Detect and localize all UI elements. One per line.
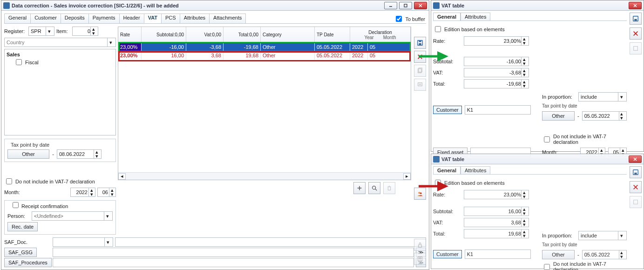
to-buffer-checkbox[interactable] xyxy=(396,16,402,22)
close-button[interactable] xyxy=(629,155,642,163)
vat2-extra-button[interactable] xyxy=(630,196,642,208)
close-button[interactable] xyxy=(629,2,642,9)
main-titlebar: Data correction - Sales invoice correcti… xyxy=(1,0,429,11)
vat2-tab-attributes[interactable]: Attributes xyxy=(461,166,490,174)
vat-grid[interactable]: Rate Subtotal:0,00 Vat:0,00 Total:0,00 C… xyxy=(118,27,411,180)
register-combo[interactable]: SPR▾ xyxy=(28,27,54,36)
vat1-tpbd-button[interactable]: Other xyxy=(542,111,575,121)
svg-rect-22 xyxy=(388,187,390,190)
vat2-total-input[interactable]: 19,68▴▾ xyxy=(464,229,529,238)
vat1-save-button[interactable] xyxy=(630,13,642,25)
saf-gsg-input[interactable] xyxy=(53,248,414,257)
rec-date-button[interactable]: Rec. date xyxy=(7,222,38,231)
vat2-tpbd-button[interactable]: Other xyxy=(542,250,575,259)
app-icon xyxy=(3,2,10,9)
add-row-button[interactable] xyxy=(353,182,366,194)
item-spinner[interactable]: 0▴▾ xyxy=(72,27,98,36)
saf-gsg-button[interactable]: SAF_GSG xyxy=(4,248,37,257)
no-vat7-checkbox[interactable] xyxy=(6,178,12,184)
close-button[interactable] xyxy=(414,2,427,9)
vat1-delete-button[interactable] xyxy=(630,27,642,40)
vat1-tab-attributes[interactable]: Attributes xyxy=(461,13,490,20)
tree-root[interactable]: Sales xyxy=(7,51,114,58)
vat1-novat7-checkbox[interactable] xyxy=(544,136,550,142)
item-label: Item: xyxy=(56,28,70,34)
tab-payments[interactable]: Payments xyxy=(88,14,120,23)
vat2-subtotal-input[interactable]: 16,00▴▾ xyxy=(464,207,529,216)
tab-general[interactable]: General xyxy=(4,14,31,23)
vat2-vat-input[interactable]: 3,68▴▾ xyxy=(464,218,529,227)
window-title: Data correction - Sales invoice correcti… xyxy=(12,3,382,8)
save-button[interactable] xyxy=(414,37,426,49)
tax-point-legend: Tax point by date xyxy=(9,142,51,148)
vat2-tab-general[interactable]: General xyxy=(433,166,461,174)
col-category[interactable]: Category xyxy=(263,32,312,37)
vat1-tab-general[interactable]: General xyxy=(433,13,461,20)
vat1-edition-checkbox[interactable] xyxy=(435,26,441,32)
vat2-tpbd-date[interactable]: 05.05.2022▴▾ xyxy=(582,250,627,259)
lock-button[interactable] xyxy=(414,239,426,251)
svg-rect-11 xyxy=(418,83,422,86)
minimize-button[interactable] xyxy=(384,2,397,9)
col-vat[interactable]: Vat:0,00 xyxy=(188,32,221,37)
chevron-down-icon: ▾ xyxy=(46,27,52,35)
grid-row[interactable]: 23,00% 16,00 3,68 19,68 Other 05.05.2022… xyxy=(118,51,411,60)
copy-button[interactable] xyxy=(414,65,426,77)
vat1-tpbd-date[interactable]: 05.05.2022▴▾ xyxy=(582,111,627,121)
tab-header[interactable]: Header xyxy=(119,14,144,23)
tab-customer[interactable]: Customer xyxy=(30,14,61,23)
saf-proc-button[interactable]: SAF_Procedures xyxy=(4,258,52,267)
vat1-rate-input[interactable]: 23,00%▴▾ xyxy=(464,36,529,46)
tab-attachments[interactable]: Attachments xyxy=(209,14,246,23)
col-total[interactable]: Total:0,00 xyxy=(225,32,258,37)
col-rate[interactable]: Rate xyxy=(120,32,139,37)
grid-row-selected[interactable]: 23,00% -16,00 -3,68 -19,68 Other 05.05.2… xyxy=(118,43,411,51)
vat1-extra-button[interactable] xyxy=(630,42,642,54)
vat2-delete-button[interactable] xyxy=(630,181,642,193)
registers-tree[interactable]: Sales Fiscal xyxy=(4,49,116,135)
svg-rect-35 xyxy=(634,173,637,175)
col-subtotal[interactable]: Subtotal:0,00 xyxy=(143,32,184,37)
search-row-button[interactable] xyxy=(368,182,380,194)
delete-row-button[interactable] xyxy=(383,182,395,194)
vat2-novat7-checkbox[interactable] xyxy=(544,264,550,270)
saf-doc-combo[interactable]: ▾ xyxy=(53,237,113,247)
tree-child[interactable]: Fiscal xyxy=(7,58,114,67)
tab-attributes[interactable]: Attributes xyxy=(180,14,210,23)
vat2-inprop-combo[interactable]: include▾ xyxy=(578,231,627,240)
tab-deposits[interactable]: Deposits xyxy=(61,14,89,23)
month-mon-input[interactable]: 06▴▾ xyxy=(97,188,116,197)
cell-year: 2022 xyxy=(350,43,368,51)
vat-table-window-1: VAT table General Attributes Edition bas… xyxy=(431,0,644,152)
vat2-rate-input[interactable]: 23,00%▴▾ xyxy=(464,190,529,199)
vat1-vat-input[interactable]: -3,68▴▾ xyxy=(464,68,529,77)
vat1-inprop-combo[interactable]: include▾ xyxy=(578,92,627,101)
person-combo[interactable]: <Undefined>▾ xyxy=(32,211,113,221)
more-button[interactable] xyxy=(414,79,426,91)
vat2-save-button[interactable] xyxy=(630,166,642,178)
country-combo[interactable]: Country▾ xyxy=(4,38,116,47)
cell-year: 2022 xyxy=(350,51,368,60)
tax-point-category-button[interactable]: Other xyxy=(7,149,49,159)
receipt-checkbox[interactable] xyxy=(13,202,19,208)
maximize-button[interactable] xyxy=(399,2,412,9)
tab-vat[interactable]: VAT xyxy=(144,14,162,23)
grid-scrollbar[interactable]: ◂ ▸ xyxy=(118,172,411,180)
vat1-customer-input[interactable]: K1 xyxy=(465,105,531,115)
scroll-left-icon[interactable]: ◂ xyxy=(118,173,126,180)
vat1-customer-button[interactable]: Customer xyxy=(433,106,462,114)
vat2-customer-button[interactable]: Customer xyxy=(433,250,462,258)
vat1-subtotal-input[interactable]: -16,00▴▾ xyxy=(464,57,529,66)
saf-proc-input[interactable] xyxy=(53,258,414,267)
col-declaration[interactable]: Declaration xyxy=(368,30,392,35)
vat1-total-input[interactable]: -19,68▴▾ xyxy=(464,79,529,88)
col-tpdate[interactable]: TP Date xyxy=(317,32,348,37)
tab-pcs[interactable]: PCS xyxy=(161,14,180,23)
scroll-right-icon[interactable]: ▸ xyxy=(403,173,411,180)
fiscal-checkbox[interactable] xyxy=(16,59,22,65)
export-button[interactable] xyxy=(414,253,426,265)
vat2-customer-input[interactable]: K1 xyxy=(465,250,531,259)
saf-doc-input[interactable] xyxy=(115,237,426,247)
tax-point-date[interactable]: 08.06.2022▴▾ xyxy=(57,149,102,159)
month-year-input[interactable]: 2022▴▾ xyxy=(70,188,95,197)
